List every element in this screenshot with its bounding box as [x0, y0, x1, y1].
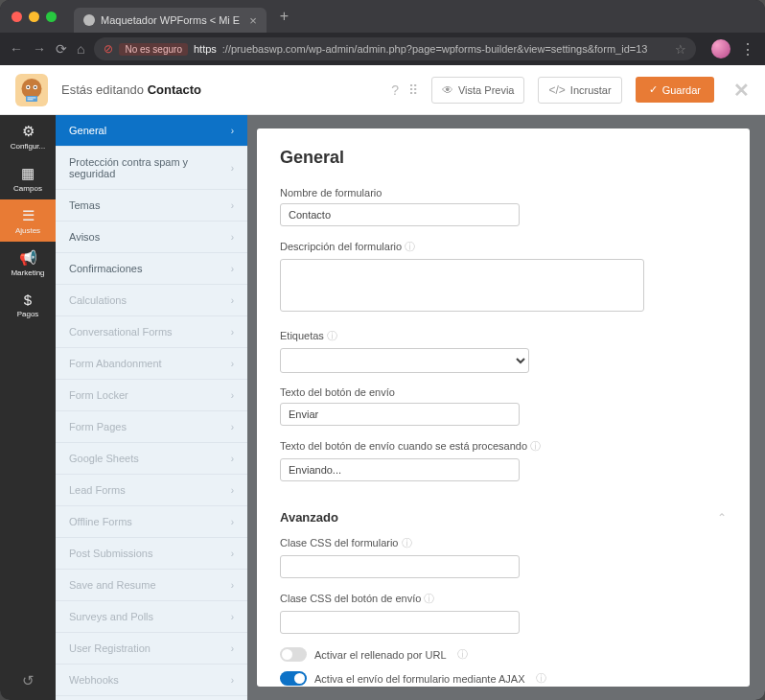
sidelist-item[interactable]: Conversational Forms› [56, 316, 247, 348]
rail-fields[interactable]: ▦Campos [0, 157, 56, 199]
help-icon[interactable]: ? [391, 82, 399, 98]
chevron-right-icon: › [231, 163, 234, 174]
processing-text-label: Texto del botón de envío cuando se está … [280, 439, 727, 454]
submit-css-input[interactable] [280, 611, 520, 634]
tags-select[interactable] [280, 348, 529, 373]
app-window: Maquetador WPForms < Mi E × + ← → ⟳ ⌂ ⊘ … [0, 0, 765, 700]
processing-text-input[interactable] [280, 458, 520, 481]
chevron-right-icon: › [231, 422, 234, 432]
form-css-input[interactable] [280, 555, 520, 578]
close-builder-icon[interactable]: ✕ [733, 79, 750, 102]
maximize-window-button[interactable] [46, 12, 57, 22]
sidelist-item[interactable]: General› [56, 115, 247, 147]
nav-back-icon[interactable]: ← [10, 41, 23, 57]
help-icon[interactable]: ⓘ [457, 647, 468, 662]
browser-tab[interactable]: Maquetador WPForms < Mi E × [74, 8, 267, 33]
preview-button[interactable]: 👁Vista Previa [431, 77, 525, 104]
sidelist-item-label: Temas [69, 199, 100, 211]
chevron-right-icon: › [231, 675, 234, 686]
window-titlebar: Maquetador WPForms < Mi E × + [0, 0, 765, 33]
chevron-right-icon: › [231, 643, 234, 654]
nav-forward-icon[interactable]: → [33, 41, 46, 57]
sidelist-item[interactable]: Form Pages› [56, 411, 247, 443]
header-icons: ? ⠿ [391, 82, 418, 98]
sidelist-item[interactable]: Offline Forms› [56, 506, 247, 538]
sidelist-item[interactable]: Calculations› [56, 285, 247, 316]
nav-home-icon[interactable]: ⌂ [77, 41, 84, 57]
close-tab-icon[interactable]: × [249, 13, 257, 28]
profile-avatar[interactable] [711, 39, 730, 58]
minimize-window-button[interactable] [29, 12, 39, 22]
insecure-icon: ⊘ [104, 42, 113, 56]
chevron-right-icon: › [231, 580, 234, 591]
ajax-toggle[interactable] [280, 671, 307, 686]
sidelist-item[interactable]: Temas› [56, 190, 247, 222]
sidelist-item-label: Webhooks [69, 674, 119, 686]
sidelist-item[interactable]: Webhooks› [56, 665, 247, 696]
help-icon[interactable]: ⓘ [405, 241, 415, 252]
rail-history[interactable]: ↺ [0, 662, 56, 700]
chevron-right-icon: › [231, 200, 234, 211]
chevron-right-icon: › [231, 612, 234, 622]
new-tab-button[interactable]: + [280, 8, 289, 25]
sidelist-item[interactable]: Surveys and Polls› [56, 601, 247, 633]
bookmark-star-icon[interactable]: ☆ [675, 42, 686, 57]
sidelist-item-label: Lead Forms [69, 484, 126, 496]
help-icon[interactable]: ⓘ [424, 593, 434, 604]
close-window-button[interactable] [12, 12, 22, 22]
sidelist-item[interactable]: Confirmaciones› [56, 253, 247, 285]
help-icon[interactable]: ⓘ [530, 440, 541, 452]
sidelist-item[interactable]: Google Sheets› [56, 443, 247, 475]
form-name-label: Nombre de formulario [280, 187, 727, 198]
submit-text-input[interactable] [280, 403, 520, 426]
sidelist-item-label: Surveys and Polls [69, 611, 153, 622]
ajax-label: Activa el envío del formulario mediante … [314, 673, 525, 685]
rail-marketing[interactable]: 📢Marketing [0, 242, 56, 284]
sidelist-item[interactable]: Form Locker› [56, 380, 247, 411]
field-submit-text: Texto del botón de envío [280, 386, 727, 426]
sidelist-item-label: Google Sheets [69, 453, 139, 464]
description-input[interactable] [280, 259, 644, 312]
sidelist-item[interactable]: User Registration› [56, 633, 247, 665]
nav-reload-icon[interactable]: ⟳ [56, 41, 67, 57]
svg-point-4 [35, 86, 36, 88]
sidelist-item[interactable]: Protección contra spam y seguridad› [56, 147, 247, 190]
insecure-label: No es seguro [119, 43, 187, 56]
help-icon[interactable]: ⓘ [402, 537, 412, 548]
sidelist-item-label: User Registration [69, 642, 151, 654]
code-icon: </> [548, 83, 565, 97]
help-icon[interactable]: ⓘ [327, 330, 337, 341]
browser-toolbar: ← → ⟳ ⌂ ⊘ No es seguro https://pruebaswp… [0, 33, 765, 65]
embed-button[interactable]: </>Incrustar [538, 77, 621, 104]
chevron-right-icon: › [231, 327, 234, 338]
sliders-icon: ☰ [22, 207, 35, 224]
browser-menu-icon[interactable]: ⋮ [740, 40, 755, 58]
builder-rail: ⚙Configur... ▦Campos ☰Ajustes 📢Marketing… [0, 115, 56, 700]
tab-title: Maquetador WPForms < Mi E [101, 14, 240, 26]
form-name-input[interactable] [280, 203, 520, 226]
advanced-section-header[interactable]: Avanzado ⌃ [280, 495, 727, 525]
sidelist-item[interactable]: Save and Resume› [56, 570, 247, 601]
rail-payments[interactable]: $Pagos [0, 284, 56, 326]
history-icon: ↺ [22, 672, 35, 689]
editing-label: Estás editando Contacto [61, 82, 201, 97]
address-bar[interactable]: ⊘ No es seguro https://pruebaswp.com/wp-… [94, 37, 696, 60]
form-css-label: Clase CSS del formularioⓘ [280, 536, 727, 550]
field-processing-text: Texto del botón de envío cuando se está … [280, 439, 727, 481]
builder-body: ⚙Configur... ▦Campos ☰Ajustes 📢Marketing… [0, 115, 765, 700]
grid-icon[interactable]: ⠿ [408, 82, 418, 98]
help-icon[interactable]: ⓘ [536, 671, 546, 686]
sidelist-item[interactable]: Lead Forms› [56, 475, 247, 506]
rail-settings[interactable]: ☰Ajustes [0, 199, 56, 242]
save-button[interactable]: ✓Guardar [636, 77, 714, 103]
megaphone-icon: 📢 [19, 249, 37, 267]
settings-panel: General Nombre de formulario Descripción… [257, 128, 750, 687]
toggle-url-fill: Activar el rellenado por URL ⓘ [280, 647, 727, 662]
sidelist-item-label: Form Pages [69, 421, 127, 432]
eye-icon: 👁 [442, 83, 453, 97]
sidelist-item[interactable]: Avisos› [56, 222, 247, 253]
rail-configure[interactable]: ⚙Configur... [0, 115, 56, 157]
sidelist-item[interactable]: Form Abandonment› [56, 348, 247, 380]
sidelist-item[interactable]: Post Submissions› [56, 538, 247, 570]
url-fill-toggle[interactable] [280, 647, 307, 662]
